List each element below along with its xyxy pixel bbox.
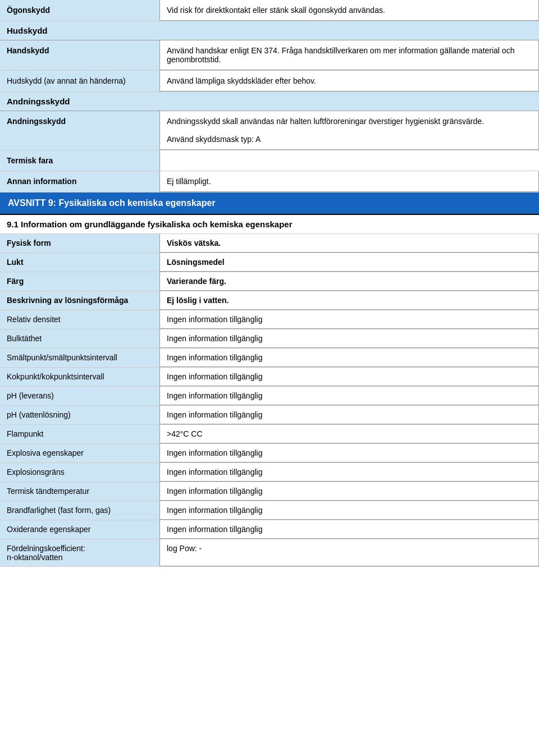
- prop-row-16: Fördelningskoefficient: n-oktanol/vatten…: [0, 539, 539, 567]
- hudskydd-annat-label: Hudskydd (av annat än händerna): [0, 71, 160, 91]
- handskydd-value: Använd handskar enligt EN 374. Fråga han…: [160, 40, 539, 70]
- annan-information-value: Ej tillämpligt.: [160, 171, 539, 192]
- prop-value-0: Viskös vätska.: [160, 234, 539, 253]
- properties-list: Fysisk formViskös vätska.LuktLösningsmed…: [0, 234, 539, 567]
- prop-value-9: Ingen information tillgänglig: [160, 406, 539, 424]
- prop-value-3: Ej löslig i vatten.: [160, 291, 539, 310]
- prop-value-13: Ingen information tillgänglig: [160, 482, 539, 501]
- prop-row-13: Termisk tändtemperaturIngen information …: [0, 482, 539, 501]
- prop-value-16: log Pow: -: [160, 539, 539, 566]
- prop-value-7: Ingen information tillgänglig: [160, 368, 539, 386]
- prop-label-8: pH (leverans): [0, 387, 160, 405]
- prop-row-1: LuktLösningsmedel: [0, 253, 539, 272]
- andningsskydd-text1: Andningsskydd skall användas när halten …: [167, 117, 532, 126]
- prop-value-1: Lösningsmedel: [160, 253, 539, 272]
- andningsskydd-heading: Andningsskydd: [0, 92, 539, 111]
- prop-value-5: Ingen information tillgänglig: [160, 329, 539, 348]
- prop-label-10: Flampunkt: [0, 425, 160, 443]
- prop-label-3: Beskrivning av lösningsförmåga: [0, 291, 160, 310]
- prop-value-8: Ingen information tillgänglig: [160, 387, 539, 405]
- prop-row-15: Oxiderande egenskaperIngen information t…: [0, 520, 539, 539]
- prop-label-14: Brandfarlighet (fast form, gas): [0, 501, 160, 520]
- prop-label-11: Explosiva egenskaper: [0, 444, 160, 462]
- prop-label-9: pH (vattenlösning): [0, 406, 160, 424]
- prop-value-15: Ingen information tillgänglig: [160, 520, 539, 539]
- andningsskydd-value: Andningsskydd skall användas när halten …: [160, 111, 539, 150]
- avsnitt9-header: AVSNITT 9: Fysikaliska och kemiska egens…: [0, 193, 539, 215]
- prop-row-6: Smältpunkt/smältpunktsintervallIngen inf…: [0, 349, 539, 368]
- annan-information-label: Annan information: [0, 171, 160, 192]
- prop-value-11: Ingen information tillgänglig: [160, 444, 539, 462]
- prop-row-10: Flampunkt>42°C CC: [0, 425, 539, 444]
- prop-row-7: Kokpunkt/kokpunktsintervallIngen informa…: [0, 368, 539, 387]
- prop-value-14: Ingen information tillgänglig: [160, 501, 539, 520]
- prop-value-6: Ingen information tillgänglig: [160, 349, 539, 367]
- prop-label-7: Kokpunkt/kokpunktsintervall: [0, 368, 160, 386]
- prop-row-14: Brandfarlighet (fast form, gas)Ingen inf…: [0, 501, 539, 520]
- prop-label-15: Oxiderande egenskaper: [0, 520, 160, 539]
- hudskydd-annat-row: Hudskydd (av annat än händerna) Använd l…: [0, 71, 539, 92]
- andningsskydd-row: Andningsskydd Andningsskydd skall använd…: [0, 111, 539, 150]
- prop-row-2: FärgVarierande färg.: [0, 272, 539, 291]
- prop-label-1: Lukt: [0, 253, 160, 272]
- prop-row-9: pH (vattenlösning)Ingen information till…: [0, 406, 539, 425]
- prop-row-4: Relativ densitetIngen information tillgä…: [0, 310, 539, 329]
- hudskydd-heading: Hudskydd: [0, 21, 539, 40]
- prop-row-5: BulktäthetIngen information tillgänglig: [0, 329, 539, 349]
- termisk-fara-label: Termisk fara: [0, 150, 160, 171]
- prop-label-12: Explosionsgräns: [0, 463, 160, 482]
- ogonskydd-label: Ögonskydd: [0, 0, 160, 21]
- termisk-fara-row: Termisk fara: [0, 150, 539, 171]
- hudskydd-annat-value: Använd lämpliga skyddskläder efter behov…: [160, 71, 539, 91]
- prop-row-3: Beskrivning av lösningsförmågaEj löslig …: [0, 291, 539, 310]
- prop-value-10: >42°C CC: [160, 425, 539, 443]
- prop-row-0: Fysisk formViskös vätska.: [0, 234, 539, 253]
- ogonskydd-row: Ögonskydd Vid risk för direktkontakt ell…: [0, 0, 539, 21]
- prop-label-6: Smältpunkt/smältpunktsintervall: [0, 349, 160, 367]
- page: Ögonskydd Vid risk för direktkontakt ell…: [0, 0, 539, 567]
- andningsskydd-label: Andningsskydd: [0, 111, 160, 150]
- prop-value-12: Ingen information tillgänglig: [160, 463, 539, 482]
- prop-row-11: Explosiva egenskaperIngen information ti…: [0, 444, 539, 463]
- termisk-fara-value: [160, 150, 539, 171]
- subsection-title: 9.1 Information om grundläggande fysikal…: [0, 215, 539, 234]
- prop-label-2: Färg: [0, 272, 160, 291]
- prop-value-2: Varierande färg.: [160, 272, 539, 291]
- prop-value-4: Ingen information tillgänglig: [160, 310, 539, 329]
- handskydd-label: Handskydd: [0, 40, 160, 70]
- ogonskydd-value: Vid risk för direktkontakt eller stänk s…: [160, 0, 539, 21]
- prop-row-8: pH (leverans)Ingen information tillgängl…: [0, 387, 539, 406]
- annan-information-row: Annan information Ej tillämpligt.: [0, 171, 539, 193]
- andningsskydd-text2: Använd skyddsmask typ: A: [167, 135, 532, 144]
- prop-label-13: Termisk tändtemperatur: [0, 482, 160, 501]
- prop-label-4: Relativ densitet: [0, 310, 160, 329]
- handskydd-row: Handskydd Använd handskar enligt EN 374.…: [0, 40, 539, 71]
- prop-row-12: ExplosionsgränsIngen information tillgän…: [0, 463, 539, 482]
- prop-label-0: Fysisk form: [0, 234, 160, 253]
- prop-label-5: Bulktäthet: [0, 329, 160, 348]
- prop-label-16: Fördelningskoefficient: n-oktanol/vatten: [0, 539, 160, 566]
